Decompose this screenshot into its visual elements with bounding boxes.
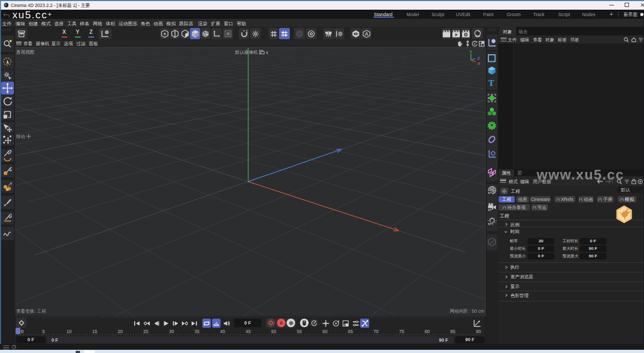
svg-text:Y: Y bbox=[470, 49, 473, 54]
svg-text:A: A bbox=[215, 321, 217, 324]
svg-text:X: X bbox=[478, 61, 481, 66]
svg-text:ST: ST bbox=[488, 222, 492, 226]
svg-text:ST: ST bbox=[488, 208, 492, 212]
svg-text:A: A bbox=[364, 31, 368, 37]
svg-text:ST: ST bbox=[488, 191, 492, 194]
svg-text:Z: Z bbox=[478, 56, 480, 61]
